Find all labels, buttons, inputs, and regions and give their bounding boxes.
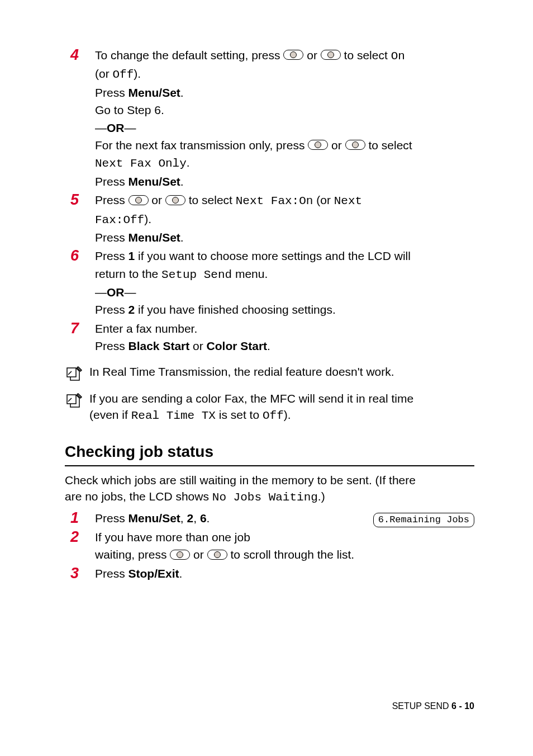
text: or [189, 339, 206, 352]
text-line: Press 2 if you have finished choosing se… [95, 301, 474, 318]
text: or [151, 193, 165, 206]
text: if you have finished choosing settings. [135, 303, 336, 316]
key-label: Menu/Set [129, 175, 180, 188]
text: , [180, 512, 187, 525]
text: ). [144, 212, 151, 225]
lcd-text: No Jobs Waiting [212, 491, 318, 504]
section-step-1: 1 6.Remaining Jobs Press Menu/Set, 2, 6. [65, 509, 474, 527]
text: If you are sending a color Fax, the MFC … [89, 392, 413, 405]
or-separator: —OR— [95, 120, 474, 136]
text: or [331, 139, 345, 152]
text: (even if [89, 408, 131, 421]
text: ). [134, 67, 141, 80]
section-heading: Checking job status [65, 441, 474, 466]
text-line: Fax:Off). [95, 211, 474, 228]
key-label: 1 [129, 249, 135, 262]
text-line: Enter a fax number. [95, 320, 474, 337]
lcd-text: Setup Send [161, 268, 232, 281]
text: if you want to choose more settings and … [135, 249, 411, 262]
key-label: Menu/Set [129, 512, 180, 525]
text: Press [95, 193, 129, 206]
step-body: 6.Remaining Jobs Press Menu/Set, 2, 6. [95, 509, 474, 527]
text: (or [95, 67, 113, 80]
text-line: (or Off). [95, 65, 474, 83]
text: Press [95, 231, 129, 244]
lcd-text: Next Fax:On [236, 195, 313, 207]
text: Check which jobs are still waiting in th… [65, 474, 416, 486]
note-2: If you are sending a color Fax, the MFC … [65, 390, 474, 424]
text-line: Press or to select Next Fax:On (or Next [95, 192, 474, 209]
text: To change the default setting, press [95, 49, 283, 62]
key-label: 6 [200, 512, 207, 525]
step-6: 6 Press 1 if you want to choose more set… [65, 247, 474, 319]
text: Press [95, 567, 129, 580]
step-body: Press 1 if you want to choose more setti… [95, 247, 474, 319]
text-line: Press Stop/Exit. [95, 565, 474, 582]
text: to select [344, 49, 391, 62]
up-button-icon [283, 50, 303, 60]
key-label: 2 [129, 303, 135, 316]
key-label: Black Start [129, 339, 190, 352]
step-body: To change the default setting, press or … [95, 46, 474, 191]
text: . [267, 339, 270, 352]
text: ). [284, 408, 291, 421]
text: . [187, 156, 190, 169]
lcd-display: 6.Remaining Jobs [373, 510, 474, 527]
section-step-3: 3 Press Stop/Exit. [65, 564, 474, 583]
text: . [180, 86, 184, 99]
text: (or [313, 193, 334, 206]
text: , [193, 512, 200, 525]
text: Press [95, 512, 129, 525]
text: menu. [232, 267, 268, 280]
text: waiting, press [95, 548, 170, 561]
text-line: Press Menu/Set. [95, 84, 474, 101]
or-text: OR [107, 286, 125, 299]
key-label: Menu/Set [129, 86, 180, 99]
text: or [307, 49, 321, 62]
text: . [207, 512, 210, 525]
step-number: 6 [70, 247, 95, 264]
step-number: 5 [70, 191, 95, 209]
lcd-text: Fax:Off [95, 214, 144, 226]
text-line: To change the default setting, press or … [95, 47, 474, 64]
text: Press [95, 303, 129, 316]
text-line: Press 1 if you want to choose more setti… [95, 248, 474, 264]
intro-text: Check which jobs are still waiting in th… [65, 472, 474, 506]
step-body: Enter a fax number. Press Black Start or… [95, 319, 474, 356]
text: or [193, 548, 207, 561]
lcd-content: 6.Remaining Jobs [373, 513, 474, 527]
text: Press [95, 339, 129, 352]
page-number: 6 - 10 [451, 701, 474, 711]
text-line: For the next fax transmission only, pres… [95, 137, 474, 153]
text: to select [368, 139, 412, 152]
or-separator: —OR— [95, 284, 474, 300]
step-number: 1 [70, 509, 95, 527]
text: is set to [216, 408, 263, 421]
note-icon [65, 363, 89, 382]
lcd-text: Next Fax Only [95, 157, 187, 170]
lcd-text: Off [113, 68, 134, 81]
footer-label: SETUP SEND [392, 701, 451, 711]
note-icon [65, 390, 89, 409]
text: For the next fax transmission only, pres… [95, 139, 308, 152]
up-button-icon [170, 550, 190, 560]
text: return to the [95, 267, 161, 280]
text-line: If you have more than one job [95, 529, 474, 545]
text-line: waiting, press or to scroll through the … [95, 546, 474, 563]
step-body: Press Stop/Exit. [95, 564, 474, 583]
text: .) [318, 490, 325, 503]
key-label: Color Start [207, 339, 268, 352]
lcd-text: Next [334, 195, 362, 207]
text-line: Go to Step 6. [95, 102, 474, 118]
text: . [179, 567, 183, 580]
step-number: 4 [70, 46, 95, 64]
text: to select [189, 193, 236, 206]
step-7: 7 Enter a fax number. Press Black Start … [65, 319, 474, 356]
text: Press [95, 86, 129, 99]
text: are no jobs, the LCD shows [65, 490, 212, 503]
down-button-icon [207, 550, 227, 560]
key-label: Stop/Exit [129, 567, 179, 580]
section-step-2: 2 If you have more than one job waiting,… [65, 528, 474, 564]
down-button-icon [345, 140, 365, 150]
text: . [180, 231, 184, 244]
